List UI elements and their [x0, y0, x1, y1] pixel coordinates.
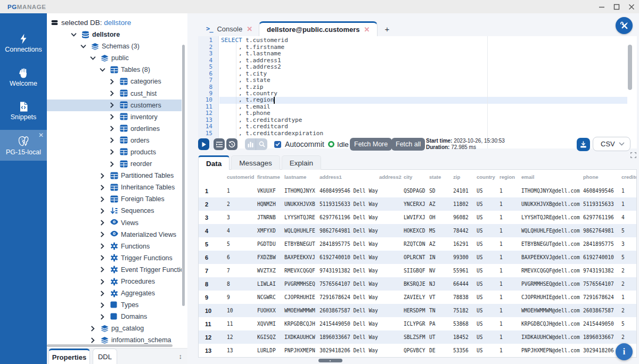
chevron-right-icon[interactable]: [100, 220, 105, 226]
tree-item-materialized-views[interactable]: Materialized Views: [47, 229, 182, 241]
resize-vertical-icon[interactable]: ↕: [179, 352, 183, 360]
chevron-down-icon[interactable]: [71, 32, 77, 38]
utility-tools-button[interactable]: [616, 17, 633, 34]
fetch-more-button[interactable]: Fetch More: [350, 138, 392, 151]
maximize-icon[interactable]: [609, 0, 624, 13]
chevron-right-icon[interactable]: [90, 326, 96, 332]
chevron-right-icon[interactable]: [90, 337, 96, 343]
tree-item-inheritance-tables[interactable]: Inheritance Tables: [47, 181, 182, 193]
indent-sql-button[interactable]: [214, 138, 225, 150]
table-row[interactable]: 77WVZTXZRMEVXCQGQF9743191382 Dell WaySII…: [199, 264, 636, 277]
column-header-city[interactable]: city: [403, 174, 428, 180]
sidebar-item-welcome[interactable]: Welcome: [0, 62, 47, 93]
tree-item-reorder[interactable]: reorder: [47, 158, 182, 170]
tree-item-event-trigger-functions[interactable]: Event Trigger Functions: [47, 264, 182, 276]
tree-vertical-scrollbar[interactable]: [182, 45, 185, 306]
column-header-lastname[interactable]: lastname: [283, 174, 318, 180]
tree-horizontal-scrollbar[interactable]: [47, 344, 173, 347]
result-tab-messages[interactable]: Messages: [231, 155, 280, 170]
tree-item-orders[interactable]: orders: [47, 135, 182, 146]
close-connection-icon[interactable]: ✕: [38, 132, 44, 138]
tree-item-procedures[interactable]: Procedures: [47, 276, 182, 287]
table-row[interactable]: 55PGDTDUETBYBNEGUT2841895775 Dell WayRZQ…: [199, 237, 636, 251]
chevron-right-icon[interactable]: [109, 102, 115, 108]
chevron-right-icon[interactable]: [100, 196, 105, 202]
result-tab-data[interactable]: Data: [198, 155, 230, 170]
tree-item-views[interactable]: Views: [47, 217, 182, 229]
chevron-down-icon[interactable]: [90, 55, 96, 61]
tree-item-foreign-tables[interactable]: Foreign Tables: [47, 193, 182, 205]
chevron-right-icon[interactable]: [100, 314, 105, 320]
sidebar-item-snippets[interactable]: Snippets: [0, 96, 47, 127]
chevron-right-icon[interactable]: [100, 279, 105, 285]
tree-item-partitioned-tables[interactable]: Partitioned Tables: [47, 170, 182, 181]
table-row[interactable]: 1212KGISQZIXDKAUUHCW1896033667 Dell WayS…: [199, 330, 636, 344]
explain-analyze-button[interactable]: [245, 138, 256, 150]
column-header-address1[interactable]: address1: [318, 174, 378, 180]
chevron-right-icon[interactable]: [109, 90, 115, 96]
table-row[interactable]: 33JTNRNBLYYSHTQJRE6297761196 Dell WayLWV…: [199, 211, 636, 224]
chevron-down-icon[interactable]: [100, 67, 105, 73]
tree-item-pg-catalog[interactable]: pg_catalog: [47, 322, 182, 334]
sidebar-item-connections[interactable]: Connections: [0, 28, 47, 59]
column-header-region[interactable]: region: [498, 174, 520, 180]
table-row[interactable]: 1010FUOHXXWMOEHWMMWM2603867587 Dell WayH…: [199, 304, 636, 317]
data-grid[interactable]: customeridfirstnamelastnameaddress1addre…: [198, 169, 637, 358]
tab-properties[interactable]: Properties: [48, 349, 90, 364]
column-header-firstname[interactable]: firstname: [256, 174, 283, 180]
new-tab-button[interactable]: +: [378, 21, 396, 36]
sql-editor[interactable]: 123456789101112131415 SELECT t.customeri…: [198, 36, 637, 148]
tab-query-close-icon[interactable]: ✕: [364, 26, 370, 34]
table-row[interactable]: 11VKUUXFITHOMQJNYX4608499546 Dell WayQSD…: [199, 184, 636, 197]
close-icon[interactable]: [624, 0, 639, 13]
export-download-button[interactable]: [577, 138, 590, 151]
info-button[interactable]: i: [616, 343, 633, 360]
editor-vertical-scrollbar[interactable]: [628, 45, 632, 90]
tab-ddl[interactable]: DDL: [93, 349, 117, 364]
chevron-right-icon[interactable]: [100, 231, 105, 237]
tree-item-domains[interactable]: Domains: [47, 311, 182, 322]
autocommit-checkbox[interactable]: [274, 141, 281, 148]
tab-query-active[interactable]: dellstore@public.customers ✕: [259, 21, 378, 36]
tree-item-dellstore[interactable]: dellstore: [47, 29, 182, 40]
chevron-right-icon[interactable]: [100, 302, 105, 308]
run-query-button[interactable]: [198, 138, 209, 150]
tree-item-categories[interactable]: categories: [47, 76, 182, 87]
chevron-right-icon[interactable]: [109, 149, 115, 155]
chevron-right-icon[interactable]: [100, 173, 105, 179]
tab-console[interactable]: >_ Console ✕: [200, 21, 259, 36]
sidebar-item-pg-15-local[interactable]: PG-15-local✕: [0, 130, 47, 161]
tree-item-public[interactable]: public: [47, 52, 182, 64]
table-row[interactable]: 66FXDZBWBAXPEEKXVJ6192740010 Dell WayOPL…: [199, 251, 636, 264]
column-header-zip[interactable]: zip: [452, 174, 476, 180]
selected-db-link[interactable]: dellstore: [104, 19, 131, 27]
column-header-email[interactable]: email: [520, 174, 582, 180]
tree-item-sequences[interactable]: Sequences: [47, 205, 182, 217]
chevron-right-icon[interactable]: [100, 243, 105, 249]
table-row[interactable]: 22HQNMZHUNUKXHJVXB5119315633 Dell WayYNC…: [199, 197, 636, 211]
chevron-right-icon[interactable]: [100, 185, 105, 191]
chevron-right-icon[interactable]: [109, 114, 115, 120]
minimize-icon[interactable]: [594, 0, 609, 13]
tree-item-inventory[interactable]: inventory: [47, 111, 182, 123]
chevron-right-icon[interactable]: [100, 255, 105, 261]
export-format-select[interactable]: CSV: [593, 137, 630, 151]
table-row[interactable]: 44XMFYXDWQLQHUHLFE9862764981 Dell WayHOK…: [199, 224, 636, 237]
tree-item-tables-8-[interactable]: Tables (8): [47, 64, 182, 76]
tree-item-types[interactable]: Types: [47, 299, 182, 311]
fullscreen-icon[interactable]: [630, 151, 636, 156]
chevron-right-icon[interactable]: [109, 79, 115, 85]
column-header-creditcardtype[interactable]: creditcardtype: [620, 174, 637, 180]
tree-item-orderlines[interactable]: orderlines: [47, 123, 182, 135]
explain-visualize-button[interactable]: [256, 138, 267, 150]
command-history-button[interactable]: [226, 138, 237, 150]
column-header-phone[interactable]: phone: [582, 174, 620, 180]
column-header-country[interactable]: country: [476, 174, 498, 180]
tree-item-trigger-functions[interactable]: Trigger Functions: [47, 252, 182, 264]
chevron-right-icon[interactable]: [100, 291, 105, 296]
chevron-right-icon[interactable]: [109, 126, 115, 131]
fetch-all-button[interactable]: Fetch all: [391, 138, 425, 151]
chevron-right-icon[interactable]: [109, 161, 115, 167]
tree-item-cust-hist[interactable]: cust_hist: [47, 87, 182, 99]
table-row[interactable]: 99NCGWRCCJOPRHUHIE7291678624 Dell WayZAV…: [199, 291, 636, 304]
